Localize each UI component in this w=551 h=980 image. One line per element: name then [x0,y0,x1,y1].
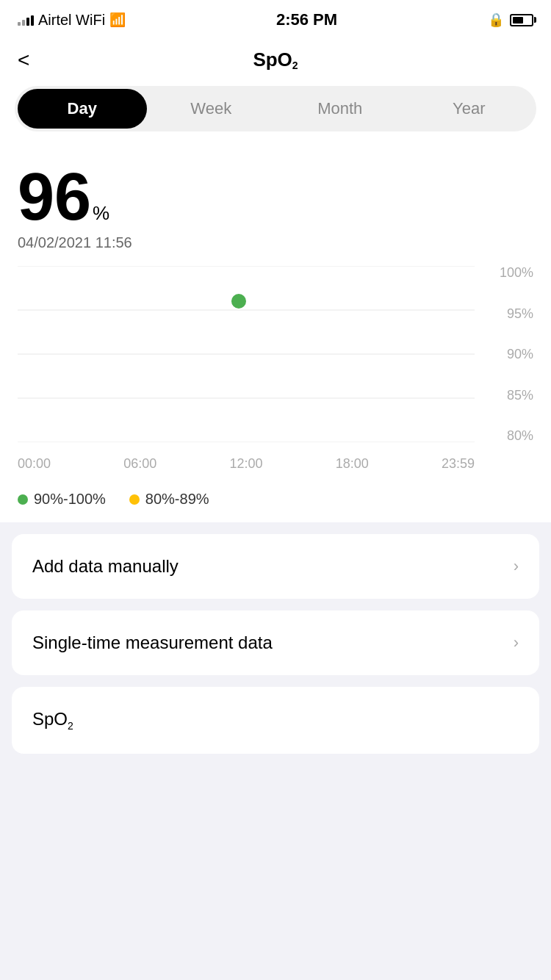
status-time: 2:56 PM [276,10,337,29]
tab-container: Day Week Month Year [15,86,536,131]
status-right: 🔒 [488,12,533,28]
tab-week[interactable]: Week [147,89,276,129]
x-label-0000: 00:00 [18,456,51,472]
back-button[interactable]: < [18,50,29,71]
header: < SpO2 [0,37,551,86]
list-section-measurement: Single-time measurement data › [12,610,539,675]
add-data-manually-chevron: › [514,557,519,576]
battery-fill [513,17,523,24]
lock-icon: 🔒 [488,12,504,28]
bottom-title-text: SpO [32,709,68,729]
y-label-95: 95% [475,307,533,320]
wifi-icon: 📶 [109,12,126,28]
chart-svg [18,266,475,442]
legend-item-yellow: 80%-89% [129,491,209,508]
x-label-1200: 12:00 [229,456,262,472]
spo2-number: 96 [18,164,91,230]
y-label-90: 90% [475,347,533,361]
page-title-text: SpO [253,48,292,71]
tab-bar: Day Week Month Year [0,86,551,146]
signal-bar-2 [22,20,25,26]
add-data-manually-label: Add data manually [32,556,179,577]
legend-dot-green [18,494,28,505]
y-label-100: 100% [475,266,533,279]
y-label-85: 85% [475,389,533,402]
chart-legend: 90%-100% 80%-89% [18,479,533,522]
battery-icon [510,14,533,26]
page-title-sub: 2 [292,60,298,71]
single-time-measurement-item[interactable]: Single-time measurement data › [12,610,539,675]
spo2-unit: % [93,202,109,225]
add-data-manually-item[interactable]: Add data manually › [12,534,539,599]
x-axis-labels: 00:00 06:00 12:00 18:00 23:59 [18,456,475,472]
legend-label-green: 90%-100% [34,491,106,508]
signal-bars [18,14,34,26]
tab-year[interactable]: Year [405,89,534,129]
legend-label-yellow: 80%-89% [145,491,209,508]
signal-bar-4 [31,15,34,26]
chart-container: 100% 95% 90% 85% 80% 00:00 06:00 12:00 1… [18,266,533,472]
status-left: Airtel WiFi 📶 [18,12,126,29]
x-label-0600: 06:00 [123,456,156,472]
bottom-title-sub: 2 [68,720,73,732]
spo2-date: 04/02/2021 11:56 [18,234,533,251]
status-bar: Airtel WiFi 📶 2:56 PM 🔒 [0,0,551,37]
y-axis-labels: 100% 95% 90% 85% 80% [475,266,533,442]
carrier-label: Airtel WiFi [38,12,105,29]
bottom-section-title: SpO2 [32,709,73,729]
chart-data-point [231,294,246,309]
bottom-section: SpO2 [12,687,539,754]
list-section-actions: Add data manually › [12,534,539,599]
y-label-80: 80% [475,429,533,442]
tab-month[interactable]: Month [276,89,405,129]
spo2-value: 96 % [18,164,533,230]
single-time-measurement-label: Single-time measurement data [32,633,273,653]
x-label-2359: 23:59 [442,456,475,472]
legend-item-green: 90%-100% [18,491,106,508]
tab-day[interactable]: Day [18,89,147,129]
main-content: 96 % 04/02/2021 11:56 100% 95% 90% 85% 8… [0,146,551,522]
signal-bar-1 [18,22,21,26]
page-title: SpO2 [253,48,298,71]
signal-bar-3 [26,18,29,26]
single-time-measurement-chevron: › [514,633,519,652]
legend-dot-yellow [129,494,140,505]
x-label-1800: 18:00 [336,456,369,472]
